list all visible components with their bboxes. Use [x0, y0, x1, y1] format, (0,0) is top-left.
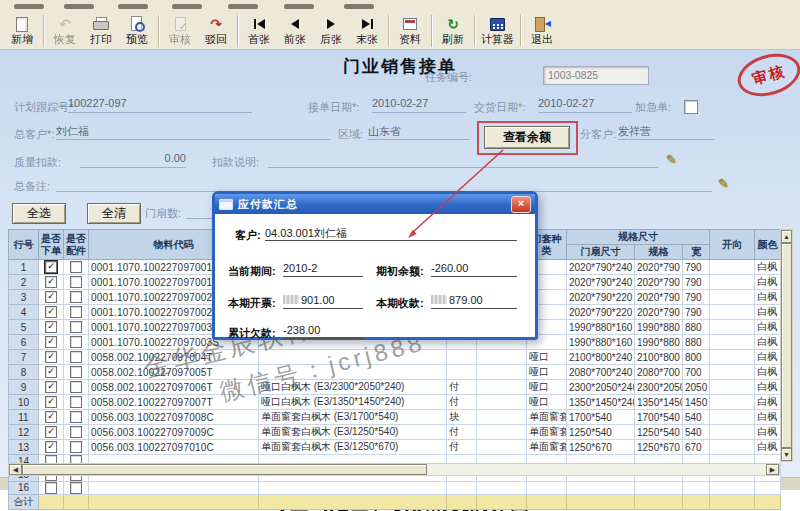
region-field[interactable]: 山东省 — [368, 124, 470, 140]
toolbar-separator — [520, 15, 521, 47]
width-cell: 800 — [683, 350, 710, 365]
ordered-checkbox[interactable] — [45, 276, 57, 288]
customer-field[interactable]: 刘仁福 — [56, 124, 330, 140]
scroll-down-button[interactable]: ▼ — [781, 448, 792, 461]
accessory-checkbox[interactable] — [70, 482, 82, 494]
scroll-right-button[interactable]: ▶ — [766, 464, 779, 475]
sub-customer-field[interactable]: 发祥营 — [618, 124, 714, 140]
edit-pencil-icon[interactable]: ✎ — [718, 176, 729, 191]
remark-label: 总备注: — [14, 179, 50, 194]
leaf-size-cell: 1250*540 — [567, 425, 635, 440]
accessory-checkbox[interactable] — [70, 321, 82, 333]
table-row: 110056.003.100227097008C单面窗套白枫木 (E3/1700… — [9, 410, 781, 425]
new-button[interactable]: 新增 — [4, 15, 40, 46]
ordered-checkbox-cell — [39, 305, 64, 320]
accessory-checkbox[interactable] — [70, 381, 82, 393]
first-button[interactable]: 首张 — [241, 15, 277, 46]
ordered-checkbox[interactable] — [45, 426, 57, 438]
deliver-date-field[interactable]: 2010-02-27 — [538, 97, 632, 113]
quality-deduct-field[interactable]: 0.00 — [80, 152, 186, 168]
material-name-cell — [259, 365, 447, 380]
plan-no-label: 计划跟踪号*: — [14, 100, 76, 115]
accessory-checkbox[interactable] — [70, 261, 82, 273]
order-date-field[interactable]: 2010-02-27 — [372, 97, 466, 113]
menu-item-stub[interactable] — [344, 4, 374, 9]
color-cell: 白枫 — [755, 260, 781, 275]
horizontal-scroll-thumb[interactable] — [22, 464, 427, 475]
next-button[interactable]: 后张 — [313, 15, 349, 46]
accessory-checkbox[interactable] — [70, 396, 82, 408]
menu-item-stub[interactable] — [228, 4, 258, 9]
accessory-checkbox-cell — [64, 335, 89, 350]
ordered-checkbox[interactable] — [45, 381, 57, 393]
last-button[interactable]: 末张 — [349, 15, 385, 46]
ordered-checkbox[interactable] — [45, 411, 57, 423]
ordered-checkbox[interactable] — [45, 366, 57, 378]
vertical-scrollbar[interactable]: ▲ ▼ — [780, 229, 793, 462]
accessory-checkbox[interactable] — [70, 351, 82, 363]
select-all-button[interactable]: 全选 — [12, 203, 66, 224]
scroll-up-button[interactable]: ▲ — [781, 230, 792, 243]
spec-cell: 1350*1450 — [635, 395, 683, 410]
ordered-checkbox[interactable] — [45, 482, 57, 494]
width-cell: 790 — [683, 290, 710, 305]
width-cell: 880 — [683, 320, 710, 335]
accessory-checkbox[interactable] — [70, 441, 82, 453]
ordered-checkbox[interactable] — [45, 396, 57, 408]
header-row-no: 行号 — [9, 230, 39, 260]
deduct-note-field[interactable] — [268, 152, 658, 168]
ordered-checkbox[interactable] — [45, 441, 57, 453]
preview-button[interactable]: 预览 — [119, 15, 155, 46]
menu-item-stub[interactable] — [14, 4, 44, 9]
accessory-checkbox[interactable] — [70, 426, 82, 438]
dialog-begin-balance-label: 期初余额: — [376, 264, 424, 279]
dialog-titlebar[interactable]: 应付款汇总 × — [215, 194, 535, 214]
exit-button[interactable]: 退出 — [524, 15, 560, 46]
menu-item-stub[interactable] — [64, 4, 94, 9]
unit-cell — [447, 481, 477, 494]
accessory-checkbox[interactable] — [70, 366, 82, 378]
ordered-checkbox[interactable] — [45, 351, 57, 363]
accessory-checkbox[interactable] — [70, 336, 82, 348]
leaf-size-cell: 2020*790*220 — [567, 290, 635, 305]
urgent-checkbox[interactable] — [684, 100, 698, 114]
data-button[interactable]: 资料 — [392, 15, 428, 46]
restore-button: 恢复 — [47, 15, 83, 46]
accessory-checkbox[interactable] — [70, 306, 82, 318]
edit-pencil-icon[interactable]: ✎ — [666, 152, 677, 167]
ordered-checkbox[interactable] — [45, 336, 57, 348]
ordered-checkbox[interactable] — [45, 261, 57, 273]
exit-icon — [533, 16, 551, 32]
unit-cell: 块 — [447, 410, 477, 425]
refresh-button[interactable]: 刷新 — [435, 15, 471, 46]
menu-item-stub[interactable] — [172, 4, 202, 9]
ordered-checkbox[interactable] — [45, 291, 57, 303]
material-code-cell: 0056.003.100227097009C — [89, 425, 259, 440]
calculator-button[interactable]: 计算器 — [478, 15, 517, 46]
ordered-checkbox[interactable] — [45, 306, 57, 318]
remark-field[interactable] — [56, 176, 712, 192]
close-icon[interactable]: × — [511, 196, 531, 213]
vertical-scroll-thumb[interactable] — [781, 243, 792, 448]
horizontal-scrollbar[interactable]: ◀ ▶ — [8, 463, 780, 476]
spec-cell: 1250*670 — [635, 440, 683, 455]
dialog-begin-balance-value: -260.00 — [431, 262, 517, 277]
spec-cell: 2020*790 — [635, 290, 683, 305]
accessory-checkbox-cell — [64, 440, 89, 455]
accessory-checkbox[interactable] — [70, 411, 82, 423]
accessory-checkbox[interactable] — [70, 276, 82, 288]
menu-item-stub[interactable] — [118, 4, 148, 9]
menu-item-stub[interactable] — [284, 4, 314, 9]
print-button[interactable]: 打印 — [83, 15, 119, 46]
plan-no-field[interactable]: 100227-097 — [68, 97, 252, 113]
clear-all-button[interactable]: 全清 — [87, 203, 141, 224]
next-icon — [322, 16, 340, 32]
header-direction: 开向 — [710, 230, 755, 260]
task-no-input[interactable]: 1003-0825 — [543, 66, 649, 85]
width-cell: 790 — [683, 305, 710, 320]
scroll-left-button[interactable]: ◀ — [9, 464, 22, 475]
prev-button[interactable]: 前张 — [277, 15, 313, 46]
accessory-checkbox[interactable] — [70, 291, 82, 303]
reject-button[interactable]: 驳回 — [198, 15, 234, 46]
ordered-checkbox[interactable] — [45, 321, 57, 333]
